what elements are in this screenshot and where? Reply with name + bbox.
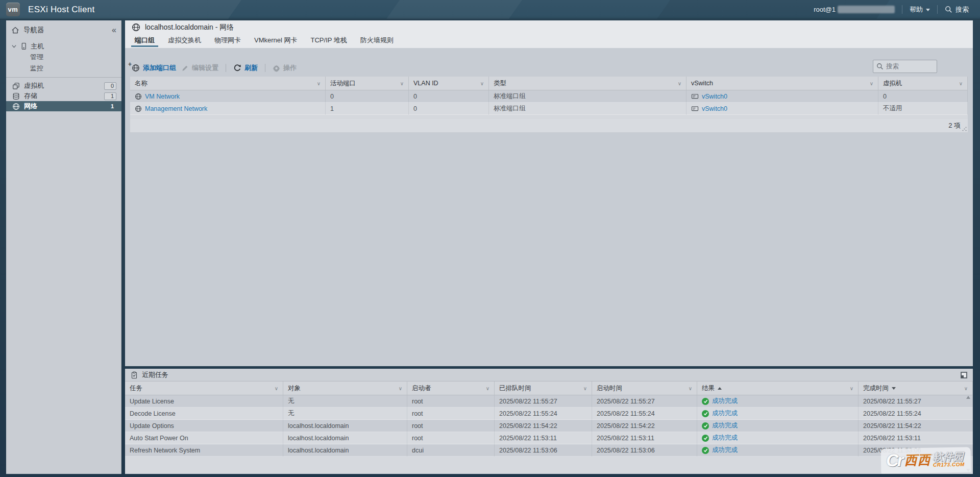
user-name: root@1 — [814, 6, 836, 13]
watermark-right: 软件园 CR173.COM — [933, 451, 965, 468]
column-header-initiator[interactable]: 启动者∨ — [407, 381, 495, 395]
column-menu-icon[interactable]: ∨ — [689, 386, 692, 391]
column-label: 完成时间 — [863, 384, 889, 393]
main-panel: localhost.localdomain - 网络 端口组 虚拟交换机 物理网… — [125, 20, 973, 366]
column-header-started[interactable]: 启动时间∨ — [592, 381, 697, 395]
column-header-type[interactable]: 类型∨ — [489, 77, 687, 90]
help-menu[interactable]: 帮助 — [910, 5, 930, 14]
toolbar-divider — [226, 64, 226, 72]
popout-panel-icon[interactable] — [961, 372, 967, 378]
user-censored-block — [838, 6, 895, 13]
column-header-target[interactable]: 对象∨ — [283, 381, 407, 395]
task-result-link[interactable]: 成功完成 — [712, 409, 738, 418]
sidebar-item-host[interactable]: 主机 — [6, 41, 121, 52]
column-header-completed[interactable]: 完成时间∨ — [859, 381, 973, 395]
tab-vmkernel-nics[interactable]: VMkernel 网卡 — [248, 34, 304, 48]
column-header-result[interactable]: 结果∨ — [697, 381, 859, 395]
scroll-up-icon[interactable] — [966, 396, 970, 399]
cell-task: Update License — [125, 395, 283, 408]
tab-virtual-switches[interactable]: 虚拟交换机 — [161, 34, 208, 48]
task-result-link[interactable]: 成功完成 — [712, 397, 738, 406]
cell-completed: 2025/08/22 11:53:11 — [859, 432, 973, 444]
portgroup-link[interactable]: VM Network — [145, 93, 180, 100]
sidebar-item-network-label: 网络 — [24, 102, 37, 111]
task-row[interactable]: Update Options localhost.localdomain roo… — [125, 420, 973, 432]
column-menu-icon[interactable]: ∨ — [317, 81, 321, 86]
column-menu-icon[interactable]: ∨ — [480, 81, 484, 86]
task-row[interactable]: Update License 无 root 2025/08/22 11:55:2… — [125, 395, 973, 408]
column-menu-icon[interactable]: ∨ — [400, 81, 404, 86]
column-menu-icon[interactable]: ∨ — [850, 386, 853, 391]
task-row[interactable]: Refresh Network System localhost.localdo… — [125, 444, 973, 457]
column-menu-icon[interactable]: ∨ — [678, 81, 681, 86]
tab-firewall-rules[interactable]: 防火墙规则 — [354, 34, 400, 48]
help-label: 帮助 — [910, 5, 923, 14]
column-header-active-ports[interactable]: 活动端口∨ — [326, 77, 409, 90]
table-row[interactable]: VM Network 0 0 标准端口组 vSwitch0 0 — [130, 90, 968, 103]
task-row[interactable]: Auto Start Power On localhost.localdomai… — [125, 432, 973, 444]
column-header-task[interactable]: 任务∨ — [125, 381, 283, 395]
table-row[interactable]: Management Network 1 0 标准端口组 vSwitch0 不适… — [130, 103, 968, 115]
column-label: vSwitch — [691, 80, 713, 87]
refresh-button[interactable]: 刷新 — [233, 63, 258, 73]
main-title-bar: localhost.localdomain - 网络 — [125, 20, 973, 34]
portgroups-table-header: 名称∨ 活动端口∨ VLAN ID∨ 类型∨ vSwitch∨ 虚拟机∨ — [130, 77, 968, 90]
cell-target: localhost.localdomain — [283, 432, 407, 444]
column-label: 对象 — [288, 384, 301, 393]
column-header-vlan-id[interactable]: VLAN ID∨ — [409, 77, 489, 90]
network-count-badge: 1 — [104, 103, 116, 110]
cell-started: 2025/08/22 11:53:06 — [592, 444, 697, 457]
user-menu[interactable]: root@1 — [814, 6, 895, 13]
cell-result: 成功完成 — [697, 395, 859, 408]
task-result-link[interactable]: 成功完成 — [712, 421, 738, 430]
column-label: 虚拟机 — [883, 79, 902, 88]
column-menu-icon[interactable]: ∨ — [583, 386, 587, 391]
column-header-name[interactable]: 名称∨ — [130, 77, 326, 90]
portgroup-link[interactable]: Management Network — [145, 105, 207, 112]
global-search-button[interactable]: 搜索 — [945, 5, 969, 14]
watermark-brand: 西西 — [904, 451, 932, 469]
sidebar-item-vm-label: 虚拟机 — [24, 81, 44, 90]
column-menu-icon[interactable]: ∨ — [399, 386, 402, 391]
task-result-link[interactable]: 成功完成 — [712, 434, 738, 442]
sidebar-item-network[interactable]: 网络 1 — [6, 101, 121, 111]
column-menu-icon[interactable]: ∨ — [275, 386, 278, 391]
toolbar-divider — [265, 64, 265, 72]
add-portgroup-button[interactable]: + 添加端口组 — [132, 63, 176, 73]
home-icon — [11, 26, 19, 34]
tab-physical-nics[interactable]: 物理网卡 — [208, 34, 248, 48]
column-menu-icon[interactable]: ∨ — [486, 386, 489, 391]
task-result-link[interactable]: 成功完成 — [712, 446, 738, 455]
sidebar-item-storage[interactable]: 存储 1 — [6, 91, 121, 101]
edit-settings-button[interactable]: 编辑设置 — [181, 63, 218, 73]
table-search-input[interactable] — [886, 63, 932, 70]
vmware-logo-text: vm — [8, 6, 18, 13]
tree-expander-icon[interactable] — [11, 43, 17, 49]
task-row[interactable]: Decode License 无 root 2025/08/22 11:55:2… — [125, 408, 973, 420]
cell-initiator: root — [407, 395, 495, 408]
column-menu-icon[interactable]: ∨ — [870, 81, 873, 86]
vswitch-link[interactable]: vSwitch0 — [702, 93, 727, 100]
tab-tcpip-stacks[interactable]: TCP/IP 堆栈 — [304, 34, 354, 48]
table-search-box[interactable] — [873, 60, 937, 73]
recent-tasks-panel: 近期任务 任务∨ 对象∨ 启动者∨ 已排队时间∨ 启动时间∨ 结果∨ 完成时间∨… — [125, 369, 973, 474]
column-header-vms[interactable]: 虚拟机∨ — [878, 77, 968, 90]
column-menu-icon[interactable]: ∨ — [959, 81, 963, 86]
recent-tasks-title: 近期任务 — [142, 370, 168, 379]
resize-grip[interactable] — [962, 127, 967, 131]
sidebar-collapse-button[interactable]: « — [112, 26, 116, 35]
sidebar-item-monitor[interactable]: 监控 — [6, 63, 121, 74]
tab-port-groups[interactable]: 端口组 — [128, 34, 161, 48]
refresh-icon — [233, 64, 241, 72]
column-header-queued[interactable]: 已排队时间∨ — [495, 381, 592, 395]
host-network-icon — [132, 23, 140, 32]
table-empty-strip — [130, 115, 968, 119]
gear-icon — [273, 64, 280, 72]
sidebar-item-manage[interactable]: 管理 — [6, 52, 121, 62]
navigator-tree: 主机 管理 监控 虚拟机 0 存储 1 网络 1 — [6, 41, 121, 111]
sidebar-item-virtual-machines[interactable]: 虚拟机 0 — [6, 81, 121, 91]
vswitch-link[interactable]: vSwitch0 — [702, 105, 727, 112]
column-header-vswitch[interactable]: vSwitch∨ — [687, 77, 878, 90]
actions-button[interactable]: 操作 — [273, 63, 297, 73]
column-menu-icon[interactable]: ∨ — [964, 386, 968, 391]
